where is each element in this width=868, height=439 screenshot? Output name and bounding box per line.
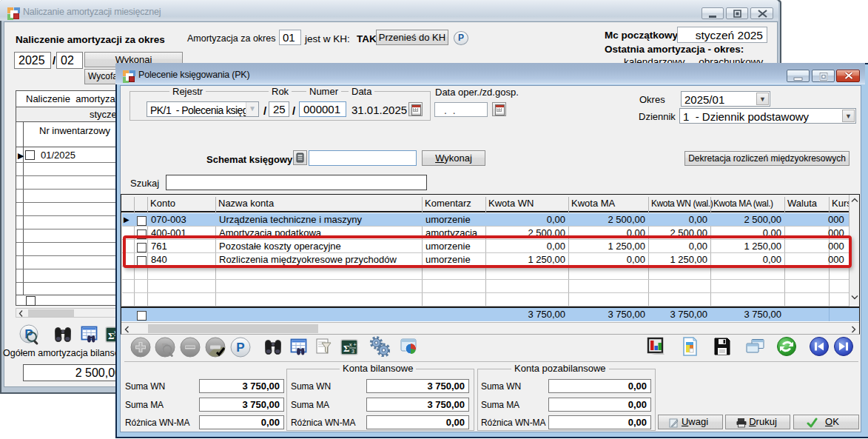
- svg-text:P: P: [236, 341, 244, 355]
- svg-text:P: P: [161, 341, 168, 353]
